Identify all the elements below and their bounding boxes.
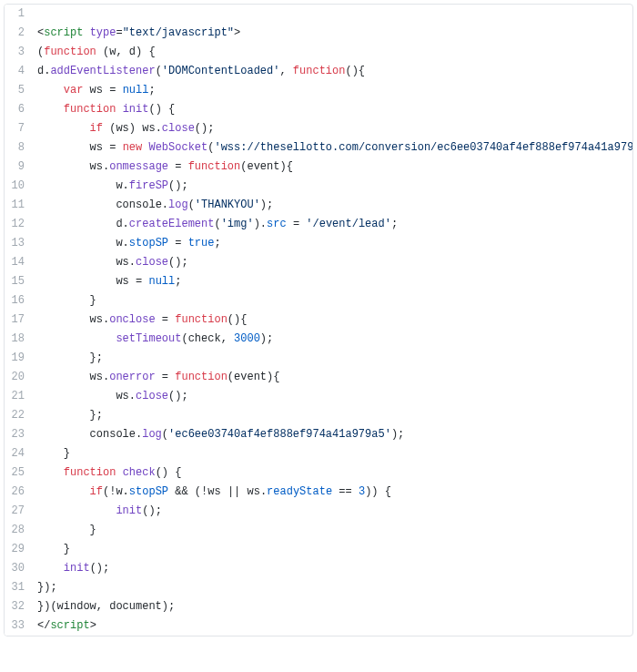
code-line[interactable]: 32})(window, document);: [5, 597, 632, 616]
line-number: 27: [5, 502, 34, 521]
line-number: 17: [5, 311, 34, 330]
code-line[interactable]: 23 console.log('ec6ee03740af4ef888ef974a…: [5, 425, 632, 444]
code-token: }: [64, 543, 70, 555]
code-token: [181, 160, 187, 173]
code-token: d.: [37, 65, 50, 77]
line-content[interactable]: console.log('ec6ee03740af4ef888ef974a41a…: [34, 425, 632, 444]
code-line[interactable]: 8 ws = new WebSocket('wss://thesellotto.…: [5, 138, 632, 158]
code-line[interactable]: 19 };: [5, 349, 632, 368]
line-content[interactable]: w.stopSP = true;: [34, 234, 632, 253]
line-content[interactable]: if(!w.stopSP && (!ws || ws.readyState ==…: [34, 483, 632, 502]
code-line[interactable]: 20 ws.onerror = function(event){: [5, 368, 632, 387]
line-number: 10: [5, 177, 34, 196]
code-token: (: [156, 65, 162, 77]
line-content[interactable]: ws.onerror = function(event){: [34, 368, 632, 387]
code-line[interactable]: 10 w.fireSP();: [5, 177, 632, 196]
line-content[interactable]: </script>: [34, 616, 632, 636]
line-content[interactable]: <script type="text/javascript">: [34, 24, 632, 43]
line-content[interactable]: })(window, document);: [34, 597, 632, 616]
code-line[interactable]: 26 if(!w.stopSP && (!ws || ws.readyState…: [5, 483, 632, 502]
code-token: (: [188, 485, 201, 498]
code-line[interactable]: 18 setTimeout(check, 3000);: [5, 330, 632, 349]
code-token: ws.: [90, 160, 110, 173]
code-token: ws.: [240, 485, 267, 498]
code-token: ();: [142, 504, 162, 517]
line-content[interactable]: d.createElement('img').src = '/event/lea…: [34, 215, 632, 234]
line-content[interactable]: d.addEventListener('DOMContentLoaded', f…: [34, 62, 632, 81]
code-line[interactable]: 25 function check() {: [5, 463, 632, 483]
line-content[interactable]: ws.close();: [34, 387, 632, 406]
code-line[interactable]: 33</script>: [5, 616, 632, 636]
code-token: )) {: [365, 485, 391, 498]
line-content[interactable]: }: [34, 540, 632, 559]
code-line[interactable]: 3(function (w, d) {: [5, 43, 632, 62]
code-line[interactable]: 27 init();: [5, 502, 632, 521]
line-content[interactable]: ws.onmessage = function(event){: [34, 158, 632, 177]
line-content[interactable]: function check() {: [34, 463, 632, 483]
code-line[interactable]: 11 console.log('THANKYOU');: [5, 196, 632, 215]
line-content[interactable]: });: [34, 578, 632, 597]
code-line[interactable]: 2<script type="text/javascript">: [5, 24, 632, 43]
code-line[interactable]: 7 if (ws) ws.close();: [5, 119, 632, 138]
line-content[interactable]: (function (w, d) {: [34, 43, 632, 62]
code-token: close: [136, 390, 168, 402]
line-number: 22: [5, 406, 34, 425]
line-content[interactable]: }: [34, 291, 632, 311]
code-token: [287, 218, 293, 230]
line-content[interactable]: init();: [34, 559, 632, 578]
line-content[interactable]: };: [34, 406, 632, 425]
code-line[interactable]: 31});: [5, 578, 632, 597]
code-token: new: [123, 141, 143, 154]
line-content[interactable]: }: [34, 444, 632, 463]
code-token: init: [64, 562, 90, 575]
line-content[interactable]: ws.close();: [34, 253, 632, 272]
code-line[interactable]: 17 ws.onclose = function(){: [5, 311, 632, 330]
code-token: if: [90, 485, 103, 498]
line-number: 23: [5, 425, 34, 444]
line-content[interactable]: ws = new WebSocket('wss://thesellotto.co…: [34, 138, 632, 158]
code-line[interactable]: 16 }: [5, 291, 632, 311]
code-line[interactable]: 28 }: [5, 521, 632, 540]
code-line[interactable]: 15 ws = null;: [5, 272, 632, 291]
code-line[interactable]: 30 init();: [5, 559, 632, 578]
code-line[interactable]: 13 w.stopSP = true;: [5, 234, 632, 253]
code-line[interactable]: 5 var ws = null;: [5, 81, 632, 100]
code-token: init: [123, 103, 149, 116]
code-line[interactable]: 14 ws.close();: [5, 253, 632, 272]
code-line[interactable]: 24 }: [5, 444, 632, 463]
code-line[interactable]: 22 };: [5, 406, 632, 425]
code-token: function: [64, 103, 116, 116]
code-line[interactable]: 6 function init() {: [5, 100, 632, 119]
line-content[interactable]: ws.onclose = function(){: [34, 311, 632, 330]
line-content[interactable]: console.log('THANKYOU');: [34, 196, 632, 215]
code-token: ==: [339, 485, 351, 498]
code-token: });: [37, 581, 57, 594]
code-token: })(window, document);: [37, 600, 175, 613]
line-content[interactable]: ws = null;: [34, 272, 632, 291]
code-token: d.: [116, 218, 128, 230]
line-content[interactable]: if (ws) ws.close();: [34, 119, 632, 138]
code-line[interactable]: 4d.addEventListener('DOMContentLoaded', …: [5, 62, 632, 81]
line-content[interactable]: function init() {: [34, 100, 632, 119]
line-content[interactable]: w.fireSP();: [34, 177, 632, 196]
line-content[interactable]: };: [34, 349, 632, 368]
line-content[interactable]: var ws = null;: [34, 81, 632, 100]
code-line[interactable]: 9 ws.onmessage = function(event){: [5, 158, 632, 177]
code-token: function: [64, 466, 116, 479]
line-content[interactable]: }: [34, 521, 632, 540]
line-number: 29: [5, 540, 34, 559]
code-token: check: [123, 466, 156, 479]
code-token: [156, 313, 162, 326]
line-number: 9: [5, 158, 34, 177]
line-content[interactable]: setTimeout(check, 3000);: [34, 330, 632, 349]
code-block[interactable]: 12<script type="text/javascript">3(funct…: [4, 4, 633, 636]
code-line[interactable]: 1: [5, 5, 632, 24]
line-content[interactable]: init();: [34, 502, 632, 521]
code-line[interactable]: 29 }: [5, 540, 632, 559]
code-token: ();: [195, 122, 215, 135]
line-content[interactable]: [34, 5, 632, 24]
code-token: [116, 103, 122, 116]
code-line[interactable]: 21 ws.close();: [5, 387, 632, 406]
code-line[interactable]: 12 d.createElement('img').src = '/event/…: [5, 215, 632, 234]
code-token: () {: [148, 103, 175, 116]
